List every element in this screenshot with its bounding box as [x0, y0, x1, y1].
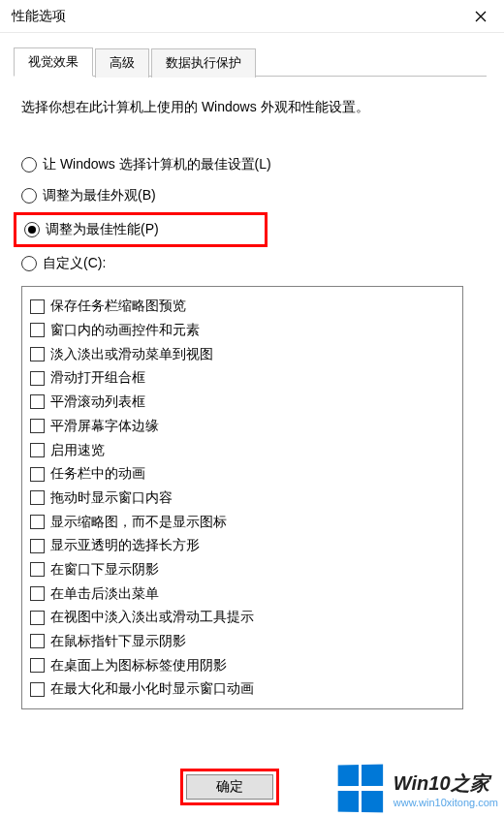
radio-icon [21, 157, 37, 173]
check-row[interactable]: 平滑屏幕字体边缘 [30, 416, 455, 437]
check-row[interactable]: 保存任务栏缩略图预览 [30, 296, 455, 317]
check-label: 滑动打开组合框 [50, 367, 145, 389]
titlebar: 性能选项 [0, 0, 504, 33]
check-row[interactable]: 在最大化和最小化时显示窗口动画 [30, 678, 455, 700]
check-label: 显示缩略图，而不是显示图标 [50, 512, 227, 533]
radio-icon [21, 188, 37, 204]
check-row[interactable]: 窗口内的动画控件和元素 [30, 320, 455, 341]
tab-content: 选择你想在此计算机上使用的 Windows 外观和性能设置。 让 Windows… [0, 77, 504, 719]
checkbox-icon [30, 490, 45, 505]
tab-dep[interactable]: 数据执行保护 [151, 48, 256, 78]
check-row[interactable]: 拖动时显示窗口内容 [30, 487, 455, 509]
check-row[interactable]: 滑动打开组合框 [30, 367, 455, 389]
windows-logo-icon [337, 765, 386, 814]
close-button[interactable] [469, 5, 492, 28]
watermark-brand: Win10之家 [394, 770, 498, 797]
checkbox-icon [30, 371, 45, 386]
radio-group: 让 Windows 选择计算机的最佳设置(L) 调整为最佳外观(B) 调整为最佳… [21, 156, 483, 272]
check-label: 在桌面上为图标标签使用阴影 [50, 655, 227, 676]
check-row[interactable]: 显示缩略图，而不是显示图标 [30, 512, 455, 533]
checkbox-icon [30, 467, 45, 482]
checkbox-icon [30, 562, 45, 577]
checkbox-icon [30, 323, 45, 337]
check-row[interactable]: 在视图中淡入淡出或滑动工具提示 [30, 607, 455, 628]
highlight-box-ok: 确定 [180, 769, 279, 805]
checkbox-icon [30, 394, 45, 409]
radio-best-appearance[interactable]: 调整为最佳外观(B) [21, 187, 483, 204]
tab-strip: 视觉效果 高级 数据执行保护 [14, 47, 487, 77]
check-label: 在最大化和最小化时显示窗口动画 [50, 678, 254, 700]
close-icon [475, 11, 487, 22]
check-row[interactable]: 启用速览 [30, 440, 455, 461]
check-label: 启用速览 [50, 440, 105, 461]
check-row[interactable]: 任务栏中的动画 [30, 463, 455, 485]
window-title: 性能选项 [12, 8, 66, 25]
check-row[interactable]: 在鼠标指针下显示阴影 [30, 631, 455, 652]
tab-visual-effects[interactable]: 视觉效果 [14, 47, 93, 77]
check-row[interactable]: 在窗口下显示阴影 [30, 559, 455, 581]
ok-button[interactable]: 确定 [186, 774, 273, 800]
highlight-box-best-performance: 调整为最佳性能(P) [14, 212, 268, 247]
checkbox-icon [30, 586, 45, 601]
tab-advanced[interactable]: 高级 [95, 48, 149, 78]
check-label: 平滑滚动列表框 [50, 392, 145, 413]
radio-label: 调整为最佳外观(B) [43, 187, 156, 204]
watermark-url: www.win10xitong.com [394, 797, 498, 808]
checkbox-icon [30, 682, 45, 697]
check-row[interactable]: 淡入淡出或滑动菜单到视图 [30, 344, 455, 365]
effects-checklist: 保存任务栏缩略图预览窗口内的动画控件和元素淡入淡出或滑动菜单到视图滑动打开组合框… [21, 286, 463, 709]
checkbox-icon [30, 515, 45, 529]
radio-label: 让 Windows 选择计算机的最佳设置(L) [43, 156, 271, 173]
checkbox-icon [30, 634, 45, 648]
check-label: 显示亚透明的选择长方形 [50, 535, 200, 556]
check-label: 拖动时显示窗口内容 [50, 487, 173, 509]
check-row[interactable]: 显示亚透明的选择长方形 [30, 535, 455, 556]
radio-icon [21, 256, 37, 271]
checkbox-icon [30, 299, 45, 314]
checkbox-icon [30, 611, 45, 625]
watermark: Win10之家 www.win10xitong.com [337, 765, 498, 813]
check-label: 在窗口下显示阴影 [50, 559, 159, 581]
checkbox-icon [30, 539, 45, 553]
checkbox-icon [30, 443, 45, 457]
check-row[interactable]: 平滑滚动列表框 [30, 392, 455, 413]
check-label: 保存任务栏缩略图预览 [50, 296, 186, 317]
radio-label: 自定义(C): [43, 255, 106, 272]
radio-custom[interactable]: 自定义(C): [21, 255, 483, 272]
checkbox-icon [30, 419, 45, 433]
dialog-buttons: 确定 [180, 769, 279, 805]
radio-best-performance[interactable]: 调整为最佳性能(P) [24, 221, 257, 238]
check-label: 任务栏中的动画 [50, 463, 145, 485]
check-label: 淡入淡出或滑动菜单到视图 [50, 344, 213, 365]
radio-label: 调整为最佳性能(P) [46, 221, 159, 238]
check-label: 平滑屏幕字体边缘 [50, 416, 159, 437]
check-label: 在视图中淡入淡出或滑动工具提示 [50, 607, 254, 628]
radio-let-windows-choose[interactable]: 让 Windows 选择计算机的最佳设置(L) [21, 156, 483, 173]
description-text: 选择你想在此计算机上使用的 Windows 外观和性能设置。 [21, 96, 483, 117]
checkbox-icon [30, 658, 45, 673]
radio-icon [24, 222, 40, 237]
check-label: 窗口内的动画控件和元素 [50, 320, 200, 341]
check-row[interactable]: 在桌面上为图标标签使用阴影 [30, 655, 455, 676]
check-label: 在单击后淡出菜单 [50, 583, 159, 605]
check-row[interactable]: 在单击后淡出菜单 [30, 583, 455, 605]
check-label: 在鼠标指针下显示阴影 [50, 631, 186, 652]
checkbox-icon [30, 347, 45, 361]
